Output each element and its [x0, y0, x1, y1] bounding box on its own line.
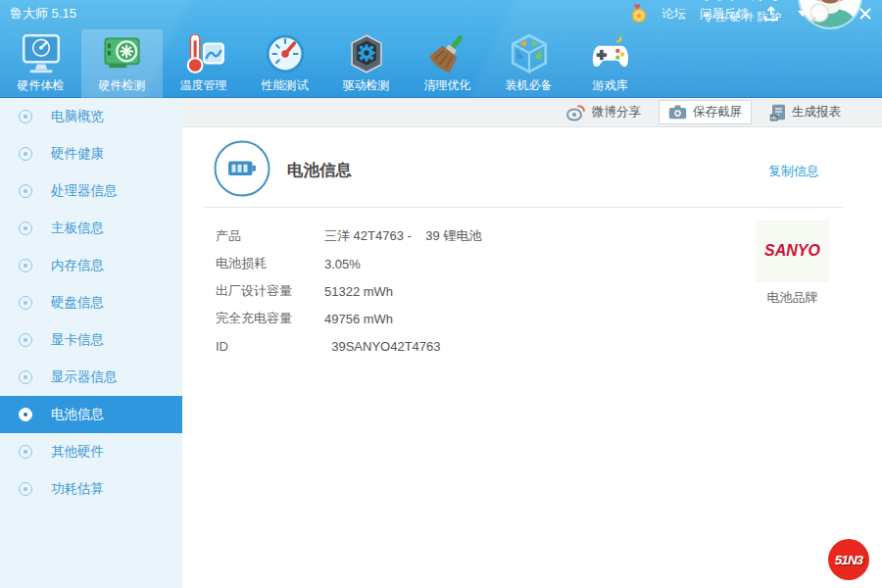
radio-icon	[19, 184, 32, 198]
radio-icon	[19, 370, 32, 384]
radio-icon	[19, 445, 32, 459]
sidebar-item-cpu-info[interactable]: 处理器信息	[0, 172, 182, 210]
forum-link[interactable]: 论坛	[662, 6, 686, 23]
sidebar-item-motherboard-info[interactable]: 主板信息	[0, 210, 182, 247]
battery-brand-logo: SANYO	[756, 220, 829, 282]
battery-brand-caption: 电池品牌	[748, 289, 837, 307]
radio-icon	[19, 259, 32, 272]
gamepad-icon	[588, 31, 633, 76]
sidebar-item-other-hardware[interactable]: 其他硬件	[0, 433, 182, 470]
toolbar: 微博分享 保存截屏	[182, 98, 882, 127]
table-row-full-charge-capacity: 完全充电容量 49756 mWh	[216, 305, 481, 332]
copy-info-link[interactable]: 复制信息	[768, 163, 819, 180]
thermometer-chart-icon	[181, 31, 226, 76]
battery-icon	[214, 140, 270, 201]
save-screenshot-button[interactable]: 保存截屏	[659, 100, 752, 124]
table-row-wear-level: 电池损耗 3.05%	[216, 250, 481, 277]
nav-item-temperature[interactable]: 温度管理	[163, 29, 244, 98]
table-row-design-capacity: 出厂设计容量 51322 mWh	[216, 277, 481, 305]
report-icon	[769, 104, 786, 122]
radio-icon	[19, 408, 32, 421]
generate-report-button[interactable]: 生成报表	[769, 104, 841, 122]
nav-item-cleanup[interactable]: 清理优化	[407, 29, 488, 98]
nav-item-hardware-checkup[interactable]: 硬件体检	[0, 29, 81, 98]
nav-item-game-library[interactable]: 游戏库	[569, 29, 651, 98]
brand-slogan: 专注硬件防护	[701, 10, 786, 24]
header: 鲁大师 5.15 论坛 问题反馈	[0, 0, 882, 98]
app-window: 鲁大师 5.15 论坛 问题反馈	[0, 0, 882, 588]
weibo-icon	[565, 104, 586, 122]
sidebar-item-hardware-health[interactable]: 硬件健康	[0, 135, 182, 172]
brand-name: 鲁大师	[701, 0, 786, 6]
sidebar-item-memory-info[interactable]: 内存信息	[0, 247, 182, 284]
battery-detail-table: 产品 三洋 42T4763 - 39 锂电池 电池损耗 3.05% 出厂设计容量…	[216, 222, 481, 360]
sidebar-item-power-estimate[interactable]: 功耗估算	[0, 470, 182, 508]
broom-icon	[425, 31, 470, 76]
sidebar-item-disk-info[interactable]: 硬盘信息	[0, 284, 182, 321]
radio-icon	[19, 147, 32, 161]
medal-icon[interactable]	[630, 5, 648, 23]
sidebar-item-battery-info[interactable]: 电池信息	[0, 396, 182, 433]
main-area: 微博分享 保存截屏	[182, 98, 882, 588]
nav-item-label: 温度管理	[180, 77, 227, 94]
sanyo-logo-text: SANYO	[764, 242, 820, 260]
table-row-id: ID 39SANYO42T4763	[216, 332, 481, 360]
mascot-avatar[interactable]	[800, 0, 860, 27]
nav-item-label: 装机必备	[506, 77, 553, 94]
gpu-card-icon	[100, 31, 145, 76]
nav-item-benchmark[interactable]: 性能测试	[244, 29, 325, 98]
table-row-product: 产品 三洋 42T4763 - 39 锂电池	[216, 222, 481, 250]
main-nav: 硬件体检	[0, 27, 882, 98]
radio-icon	[19, 221, 32, 235]
app-title: 鲁大师 5.15	[10, 5, 76, 23]
nav-item-label: 游戏库	[593, 77, 628, 94]
sidebar-item-computer-overview[interactable]: 电脑概览	[0, 98, 182, 135]
nav-item-label: 硬件检测	[99, 77, 146, 94]
brand-area: 鲁大师 专注硬件防护	[701, 0, 860, 27]
window-body: 电脑概览 硬件健康 处理器信息 主板信息 内存信息 硬盘信息	[0, 98, 882, 588]
camera-icon	[668, 105, 687, 120]
nav-item-label: 清理优化	[424, 77, 471, 94]
battery-info-panel: 电池信息 复制信息 产品 三洋 42T4763 - 39 锂电池 电池损耗 3.…	[182, 127, 882, 588]
51n3-watermark: 51N3	[828, 539, 869, 580]
sidebar: 电脑概览 硬件健康 处理器信息 主板信息 内存信息 硬盘信息	[0, 98, 182, 588]
nav-item-driver-detect[interactable]: 驱动检测	[325, 29, 407, 98]
weibo-share-button[interactable]: 微博分享	[565, 104, 641, 122]
gear-hexagon-icon	[344, 31, 389, 76]
speed-gauge-icon	[263, 31, 308, 76]
nav-item-label: 硬件体检	[18, 77, 65, 94]
radio-icon	[19, 333, 32, 347]
cube-box-icon	[507, 31, 552, 76]
monitor-scan-icon	[19, 31, 64, 76]
page-title: 电池信息	[287, 160, 352, 181]
radio-icon	[19, 482, 32, 496]
nav-item-hardware-detect[interactable]: 硬件检测	[81, 29, 163, 98]
sidebar-item-gpu-info[interactable]: 显卡信息	[0, 321, 182, 359]
nav-item-label: 性能测试	[262, 77, 309, 94]
nav-item-essentials[interactable]: 装机必备	[488, 29, 569, 98]
radio-icon	[19, 110, 32, 123]
radio-icon	[19, 296, 32, 310]
sidebar-item-monitor-info[interactable]: 显示器信息	[0, 359, 182, 396]
nav-item-label: 驱动检测	[343, 77, 390, 94]
divider	[204, 207, 843, 208]
